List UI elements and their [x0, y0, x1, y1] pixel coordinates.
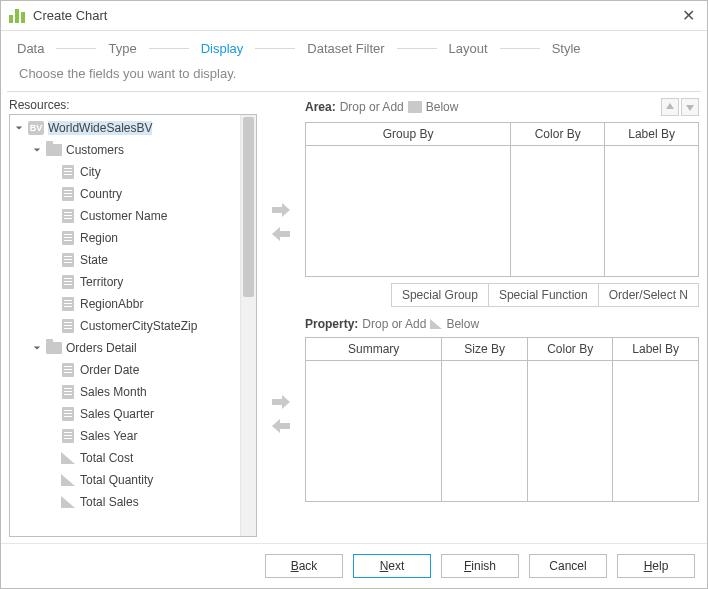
measure-icon [60, 451, 76, 465]
scrollbar-thumb[interactable] [243, 117, 254, 297]
add-to-property-button[interactable] [270, 393, 292, 411]
field-icon [60, 319, 76, 333]
add-to-area-button[interactable] [270, 201, 292, 219]
property-drop-sizeby[interactable] [442, 361, 528, 501]
tree-item-total-cost[interactable]: Total Cost [10, 447, 240, 469]
measure-icon [60, 473, 76, 487]
app-logo-icon [9, 9, 25, 23]
window-title: Create Chart [33, 8, 107, 23]
field-icon [60, 253, 76, 267]
property-col-sizeby: Size By [442, 338, 528, 361]
resources-label: Resources: [9, 98, 257, 112]
property-header: Property: Drop or Add Below [305, 317, 699, 331]
area-col-colorby: Color By [511, 123, 605, 146]
tree-item-sales-quarter[interactable]: Sales Quarter [10, 403, 240, 425]
subtitle: Choose the fields you want to display. [1, 62, 707, 91]
tree-folder-orders[interactable]: Orders Detail [10, 337, 240, 359]
transfer-arrows [263, 98, 299, 537]
resources-tree[interactable]: BV WorldWideSalesBV Customers City Count… [9, 114, 257, 537]
tree-root-label: WorldWideSalesBV [48, 121, 152, 135]
folder-icon [46, 143, 62, 157]
area-move-up-button[interactable] [661, 98, 679, 116]
cancel-button[interactable]: Cancel [529, 554, 607, 578]
tree-item-total-sales[interactable]: Total Sales [10, 491, 240, 513]
close-button[interactable]: ✕ [678, 6, 699, 25]
tree-scrollbar[interactable] [240, 115, 256, 536]
special-group-button[interactable]: Special Group [391, 283, 489, 307]
tree-root[interactable]: BV WorldWideSalesBV [10, 117, 240, 139]
area-below-label: Below [426, 100, 459, 114]
field-icon [60, 363, 76, 377]
field-icon [60, 209, 76, 223]
field-icon [60, 231, 76, 245]
step-style[interactable]: Style [550, 41, 583, 56]
tree-item-city-state-zip[interactable]: CustomerCityStateZip [10, 315, 240, 337]
property-drop-summary[interactable] [306, 361, 442, 501]
property-label: Property: [305, 317, 358, 331]
tree-item-territory[interactable]: Territory [10, 271, 240, 293]
step-data[interactable]: Data [15, 41, 46, 56]
field-icon [60, 407, 76, 421]
order-select-button[interactable]: Order/Select N [598, 283, 699, 307]
tree-item-country[interactable]: Country [10, 183, 240, 205]
step-type[interactable]: Type [106, 41, 138, 56]
property-hint: Drop or Add [362, 317, 426, 331]
below-box-icon [408, 101, 422, 113]
folder-icon [46, 341, 62, 355]
caret-down-icon[interactable] [14, 123, 24, 133]
help-button[interactable]: Help [617, 554, 695, 578]
step-display[interactable]: Display [199, 41, 246, 56]
tree-item-sales-year[interactable]: Sales Year [10, 425, 240, 447]
next-button[interactable]: Next [353, 554, 431, 578]
area-buttons: Special Group Special Function Order/Sel… [305, 283, 699, 307]
step-layout[interactable]: Layout [447, 41, 490, 56]
remove-from-area-button[interactable] [270, 225, 292, 243]
property-below-label: Below [446, 317, 479, 331]
property-table[interactable]: Summary Size By Color By Label By [305, 337, 699, 502]
area-move-down-button[interactable] [681, 98, 699, 116]
tree-folder-customers[interactable]: Customers [10, 139, 240, 161]
tree-item-sales-month[interactable]: Sales Month [10, 381, 240, 403]
titlebar: Create Chart ✕ [1, 1, 707, 31]
tree-item-state[interactable]: State [10, 249, 240, 271]
caret-down-icon[interactable] [32, 343, 42, 353]
tree-item-total-quantity[interactable]: Total Quantity [10, 469, 240, 491]
property-col-summary: Summary [306, 338, 442, 361]
property-col-labelby: Label By [613, 338, 698, 361]
area-drop-labelby[interactable] [605, 146, 698, 276]
field-icon [60, 165, 76, 179]
finish-button[interactable]: Finish [441, 554, 519, 578]
property-drop-colorby[interactable] [528, 361, 614, 501]
caret-down-icon[interactable] [32, 145, 42, 155]
special-function-button[interactable]: Special Function [488, 283, 599, 307]
area-hint: Drop or Add [340, 100, 404, 114]
tree-item-customer-name[interactable]: Customer Name [10, 205, 240, 227]
area-col-groupby: Group By [306, 123, 511, 146]
area-col-labelby: Label By [605, 123, 698, 146]
area-header: Area: Drop or Add Below [305, 98, 699, 116]
property-drop-labelby[interactable] [613, 361, 698, 501]
field-icon [60, 429, 76, 443]
back-button[interactable]: Back [265, 554, 343, 578]
tree-item-city[interactable]: City [10, 161, 240, 183]
field-icon [60, 275, 76, 289]
remove-from-property-button[interactable] [270, 417, 292, 435]
below-tri-icon [430, 319, 442, 329]
field-icon [60, 297, 76, 311]
measure-icon [60, 495, 76, 509]
area-drop-groupby[interactable] [306, 146, 511, 276]
area-label: Area: [305, 100, 336, 114]
tree-item-order-date[interactable]: Order Date [10, 359, 240, 381]
step-dataset-filter[interactable]: Dataset Filter [305, 41, 386, 56]
wizard-steps: Data Type Display Dataset Filter Layout … [1, 31, 707, 62]
field-icon [60, 187, 76, 201]
area-table[interactable]: Group By Color By Label By [305, 122, 699, 277]
tree-item-region[interactable]: Region [10, 227, 240, 249]
area-drop-colorby[interactable] [511, 146, 605, 276]
property-col-colorby: Color By [528, 338, 614, 361]
field-icon [60, 385, 76, 399]
footer: Back Next Finish Cancel Help [1, 543, 707, 588]
bv-icon: BV [28, 121, 44, 135]
tree-item-region-abbr[interactable]: RegionAbbr [10, 293, 240, 315]
